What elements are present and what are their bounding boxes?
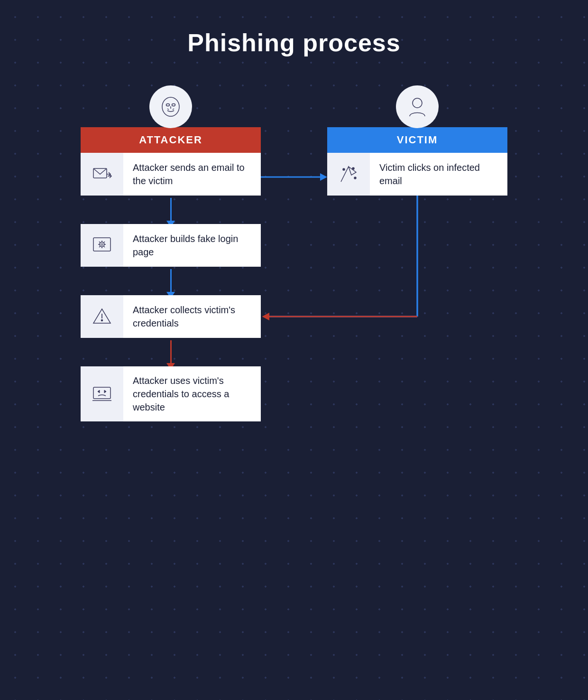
attacker-header: ATTACKER — [81, 127, 261, 153]
victim-header: VICTIM — [327, 127, 507, 153]
svg-line-28 — [99, 242, 100, 243]
svg-point-10 — [172, 104, 175, 106]
svg-point-22 — [100, 242, 104, 247]
credentials-icon — [92, 306, 112, 327]
access-website-icon — [92, 383, 112, 404]
arrow3-spacer — [81, 338, 261, 366]
step4-text: Attacker uses victim's credentials to ac… — [123, 366, 261, 421]
step3-container: Attacker collects victim's credentials — [81, 295, 261, 338]
svg-point-18 — [343, 168, 345, 170]
svg-line-13 — [173, 109, 174, 110]
step2-icon-area — [81, 224, 123, 267]
fake-page-icon — [92, 235, 112, 256]
step3-text: Attacker collects victim's credentials — [123, 296, 261, 337]
step3-box: Attacker collects victim's credentials — [81, 295, 261, 338]
arrow-down-blue-1 — [170, 198, 172, 222]
arrow1-row — [81, 196, 507, 224]
arrow2-row — [81, 267, 507, 295]
row-step4: Attacker uses victim's credentials to ac… — [81, 366, 507, 421]
row-step2: Attacker builds fake login page — [81, 224, 507, 267]
victim-person-icon — [405, 94, 430, 119]
step4-icon-area — [81, 366, 123, 421]
row-step3: Attacker collects victim's credentials — [81, 295, 507, 338]
step4-box: Attacker uses victim's credentials to ac… — [81, 366, 261, 421]
svg-line-31 — [104, 242, 105, 243]
victim-step1-text: Victim clicks on infected email — [370, 153, 507, 195]
arrow-down-red-1 — [170, 340, 172, 364]
rows-stack: ATTACKER — [81, 85, 507, 421]
svg-point-9 — [166, 104, 170, 106]
attacker-mask-icon — [158, 94, 183, 119]
svg-point-19 — [352, 168, 354, 169]
arrow-down-blue-2 — [170, 269, 172, 293]
svg-point-17 — [413, 98, 422, 108]
attacker-step1-icon-area — [81, 153, 123, 196]
row-headers: ATTACKER — [81, 85, 507, 196]
arrow1-spacer — [81, 196, 261, 224]
svg-point-20 — [354, 177, 356, 179]
step2-text: Attacker builds fake login page — [123, 224, 261, 266]
svg-rect-21 — [93, 238, 110, 251]
step4-container: Attacker uses victim's credentials to ac… — [81, 366, 261, 421]
svg-point-23 — [101, 243, 103, 245]
email-click-icon — [338, 164, 359, 185]
arrow3-row — [81, 338, 507, 366]
attacker-step1-box: Attacker sends an email to the victim — [81, 153, 261, 196]
step3-icon-area — [81, 295, 123, 338]
svg-line-29 — [104, 246, 105, 247]
page-title: Phishing process — [187, 28, 400, 57]
attacker-step1-text: Attacker sends an email to the victim — [123, 153, 261, 195]
email-send-icon — [92, 164, 112, 185]
victim-step1-icon-area — [327, 153, 370, 196]
step2-container: Attacker builds fake login page — [81, 224, 261, 267]
victim-step1-box: Victim clicks on infected email — [327, 153, 507, 196]
diagram-wrapper: ATTACKER — [81, 85, 507, 421]
attacker-label: ATTACKER — [139, 134, 202, 146]
svg-line-30 — [99, 246, 100, 247]
step2-box: Attacker builds fake login page — [81, 224, 261, 267]
victim-column: VICTIM Victim clicks on i — [327, 85, 507, 196]
svg-line-12 — [167, 109, 169, 110]
attacker-column: ATTACKER — [81, 85, 261, 196]
arrow2-spacer — [81, 267, 261, 295]
svg-rect-35 — [93, 387, 110, 399]
svg-point-34 — [101, 320, 103, 321]
victim-label: VICTIM — [397, 134, 438, 146]
victim-avatar — [396, 85, 439, 128]
attacker-avatar — [149, 85, 192, 128]
